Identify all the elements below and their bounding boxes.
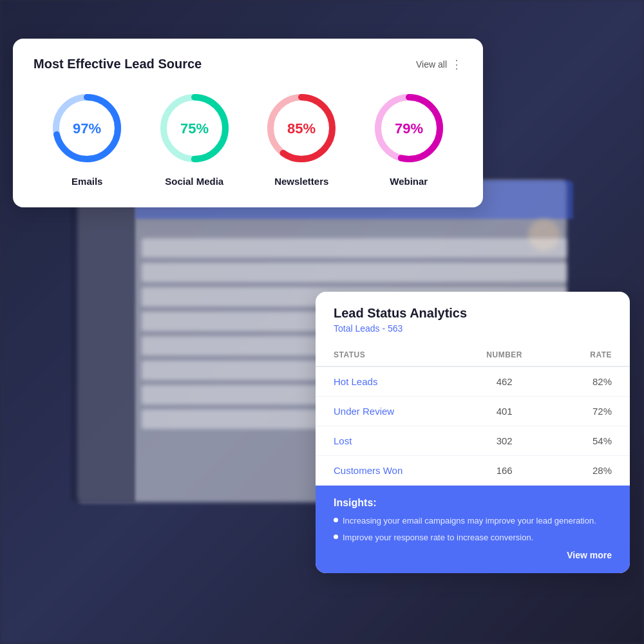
cell-number: 462	[456, 366, 552, 397]
dots-icon: ⋮	[451, 57, 462, 71]
cell-rate: 54%	[553, 426, 630, 456]
view-more-button[interactable]: View more	[567, 550, 612, 560]
bg-sidebar	[71, 180, 135, 502]
card-lead-source: Most Effective Lead Source View all ⋮ 97…	[13, 39, 483, 207]
donut-label-emails: Emails	[71, 176, 102, 187]
insight-text: Improve your response rate to increase c…	[343, 532, 533, 544]
cell-status: Lost	[316, 426, 456, 456]
donut-text-webinar: 79%	[395, 120, 423, 137]
donut-chart-emails: 97%	[48, 90, 126, 167]
insight-text: Increasing your email campaigns may impr…	[343, 515, 596, 527]
donut-item-newsletters: 85% Newsletters	[263, 90, 340, 187]
donut-chart-newsletters: 85%	[263, 90, 340, 167]
cell-rate: 82%	[553, 366, 630, 397]
cell-number: 302	[456, 426, 552, 456]
bullet-icon	[334, 535, 338, 539]
cell-number: 166	[456, 456, 552, 486]
card-lead-source-header: Most Effective Lead Source View all ⋮	[33, 57, 462, 71]
analytics-top: Lead Status Analytics Total Leads - 563	[316, 292, 630, 334]
donut-chart-webinar: 79%	[370, 90, 448, 167]
donut-item-emails: 97% Emails	[48, 90, 126, 187]
insight-item: Increasing your email campaigns may impr…	[334, 515, 612, 527]
analytics-title: Lead Status Analytics	[334, 306, 612, 321]
donut-item-social-media: 75% Social Media	[156, 90, 233, 187]
cell-rate: 28%	[553, 456, 630, 486]
cell-status: Hot Leads	[316, 366, 456, 397]
analytics-table: STATUS NUMBER RATE Hot Leads 462 82% Und…	[316, 344, 630, 486]
insights-footer: View more	[334, 550, 612, 560]
donut-text-social-media: 75%	[180, 120, 209, 137]
insights-section: Insights: Increasing your email campaign…	[316, 486, 630, 573]
donut-chart-social-media: 75%	[156, 90, 233, 167]
donut-text-newsletters: 85%	[287, 120, 316, 137]
table-header-row: STATUS NUMBER RATE	[316, 344, 630, 366]
donut-label-newsletters: Newsletters	[274, 176, 328, 187]
donut-row: 97% Emails 75% Social Media 85% Newslett…	[33, 90, 462, 187]
card-analytics: Lead Status Analytics Total Leads - 563 …	[316, 292, 630, 573]
table-row: Hot Leads 462 82%	[316, 366, 630, 397]
donut-item-webinar: 79% Webinar	[370, 90, 448, 187]
cell-number: 401	[456, 397, 552, 426]
table-row: Customers Won 166 28%	[316, 456, 630, 486]
card-lead-source-title: Most Effective Lead Source	[33, 57, 202, 71]
insights-list: Increasing your email campaigns may impr…	[334, 515, 612, 544]
col-status: STATUS	[316, 344, 456, 366]
view-all-label: View all	[416, 59, 447, 70]
insight-item: Improve your response rate to increase c…	[334, 532, 612, 544]
bullet-icon	[334, 518, 338, 522]
col-number: NUMBER	[456, 344, 552, 366]
cell-status: Under Review	[316, 397, 456, 426]
table-row: Lost 302 54%	[316, 426, 630, 456]
col-rate: RATE	[553, 344, 630, 366]
donut-text-emails: 97%	[73, 120, 101, 137]
donut-label-webinar: Webinar	[390, 176, 428, 187]
donut-label-social-media: Social Media	[165, 176, 223, 187]
cell-rate: 72%	[553, 397, 630, 426]
analytics-subtitle: Total Leads - 563	[334, 323, 612, 334]
insights-title: Insights:	[334, 497, 612, 509]
view-all-button[interactable]: View all ⋮	[416, 57, 462, 71]
cell-status: Customers Won	[316, 456, 456, 486]
table-row: Under Review 401 72%	[316, 397, 630, 426]
